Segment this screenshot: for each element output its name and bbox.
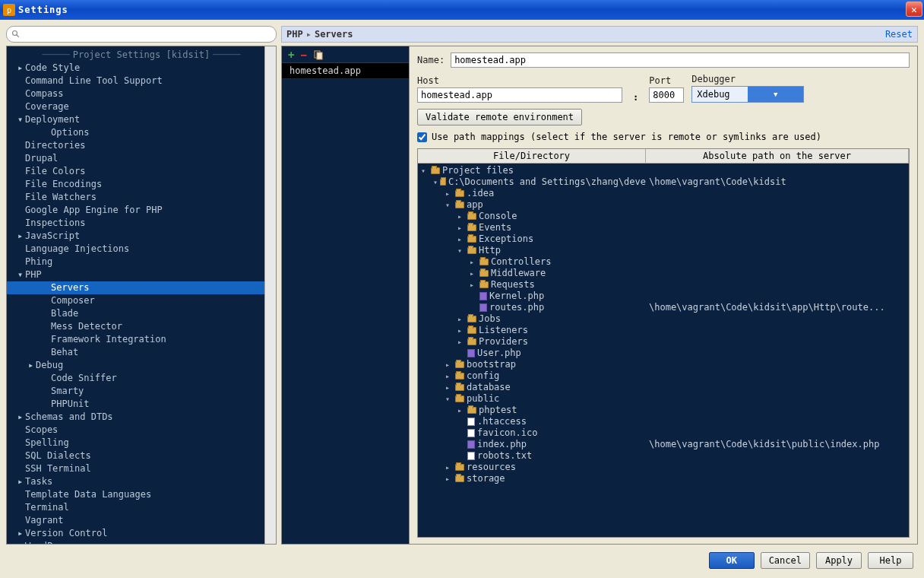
- settings-tree-item[interactable]: Inspections: [7, 217, 276, 230]
- folder-icon: [467, 316, 476, 322]
- mapping-row[interactable]: resources: [418, 462, 909, 473]
- close-button[interactable]: ✕: [906, 2, 922, 17]
- port-input[interactable]: [649, 87, 684, 103]
- breadcrumb-item[interactable]: PHP: [286, 29, 303, 40]
- folder-icon: [467, 327, 476, 334]
- settings-tree-item[interactable]: Scopes: [7, 424, 276, 437]
- mapping-row[interactable]: Project files: [418, 165, 909, 176]
- tree-scrollbar[interactable]: [264, 46, 276, 544]
- help-button[interactable]: Help: [868, 552, 913, 569]
- settings-tree-item[interactable]: JavaScript: [7, 230, 276, 243]
- settings-tree-item[interactable]: File Colors: [7, 165, 276, 178]
- settings-tree-item[interactable]: File Watchers: [7, 191, 276, 204]
- settings-tree-item[interactable]: Servers: [7, 281, 276, 294]
- settings-tree[interactable]: Project Settings [kidsit] Code StyleComm…: [6, 46, 277, 545]
- settings-tree-item[interactable]: SQL Dialects: [7, 449, 276, 462]
- debugger-select[interactable]: Xdebug ▼: [691, 86, 804, 103]
- mapping-row[interactable]: robots.txt: [418, 450, 909, 462]
- copy-server-button[interactable]: [313, 49, 324, 60]
- settings-tree-item[interactable]: Code Style: [7, 62, 276, 75]
- settings-tree-item[interactable]: Tasks: [7, 475, 276, 488]
- search-icon: [11, 30, 21, 39]
- settings-tree-item[interactable]: Options: [7, 126, 276, 139]
- mapping-row[interactable]: Events: [418, 222, 909, 233]
- mapping-row[interactable]: Kernel.php: [418, 291, 909, 302]
- mapping-row[interactable]: Controllers: [418, 256, 909, 268]
- server-list-panel: + − homestead.app: [282, 46, 410, 544]
- mapping-row[interactable]: User.php: [418, 348, 909, 359]
- mapping-row[interactable]: Middleware: [418, 268, 909, 279]
- mapping-row[interactable]: Providers: [418, 336, 909, 348]
- settings-tree-item[interactable]: Terminal: [7, 501, 276, 514]
- apply-button[interactable]: Apply: [816, 552, 862, 569]
- settings-tree-item[interactable]: Smarty: [7, 385, 276, 398]
- settings-tree-item[interactable]: File Encodings: [7, 178, 276, 191]
- settings-tree-item[interactable]: Schemas and DTDs: [7, 411, 276, 424]
- settings-tree-item[interactable]: WordPress: [7, 540, 276, 545]
- breadcrumb-item[interactable]: Servers: [315, 29, 353, 40]
- settings-tree-item[interactable]: SSH Terminal: [7, 462, 276, 475]
- settings-search[interactable]: [6, 26, 277, 43]
- remove-server-button[interactable]: −: [300, 49, 306, 61]
- settings-tree-item[interactable]: Version Control: [7, 527, 276, 540]
- mapping-row[interactable]: Listeners: [418, 325, 909, 336]
- validate-env-button[interactable]: Validate remote environment: [417, 109, 582, 125]
- settings-tree-item[interactable]: Drupal: [7, 152, 276, 165]
- add-server-button[interactable]: +: [288, 49, 294, 61]
- mapping-row[interactable]: C:\Documents and Settings\zhang\deve\hom…: [418, 176, 909, 188]
- settings-tree-item[interactable]: Directories: [7, 139, 276, 152]
- settings-tree-item[interactable]: Phing: [7, 256, 276, 268]
- mapping-row[interactable]: storage: [418, 473, 909, 484]
- ok-button[interactable]: OK: [709, 552, 755, 569]
- settings-tree-item[interactable]: Framework Integration: [7, 333, 276, 346]
- mapping-row[interactable]: Requests: [418, 279, 909, 291]
- settings-tree-item[interactable]: Blade: [7, 307, 276, 320]
- settings-tree-item[interactable]: PHPUnit: [7, 398, 276, 411]
- mapping-header-path[interactable]: Absolute path on the server: [646, 149, 909, 163]
- svg-point-0: [13, 31, 17, 36]
- folder-icon: [431, 167, 440, 174]
- use-mappings-checkbox[interactable]: [417, 132, 427, 142]
- mapping-header-file[interactable]: File/Directory: [418, 149, 646, 163]
- settings-tree-item[interactable]: Google App Engine for PHP: [7, 204, 276, 217]
- mapping-row[interactable]: config: [418, 370, 909, 382]
- settings-tree-item[interactable]: Language Injections: [7, 243, 276, 256]
- host-input[interactable]: [417, 87, 622, 103]
- folder-icon: [455, 384, 464, 391]
- mapping-row[interactable]: app: [418, 199, 909, 211]
- settings-tree-item[interactable]: Spelling: [7, 437, 276, 449]
- mapping-row[interactable]: Exceptions: [418, 233, 909, 245]
- mapping-row[interactable]: Console: [418, 211, 909, 222]
- search-input[interactable]: [24, 30, 271, 40]
- settings-tree-item[interactable]: Template Data Languages: [7, 488, 276, 501]
- mapping-row[interactable]: routes.php\home\vagrant\Code\kidsit\app\…: [418, 302, 909, 313]
- mapping-row[interactable]: .idea: [418, 188, 909, 199]
- mapping-row[interactable]: index.php\home\vagrant\Code\kidsit\publi…: [418, 439, 909, 450]
- reset-link[interactable]: Reset: [885, 29, 913, 40]
- server-list-item[interactable]: homestead.app: [282, 63, 409, 79]
- settings-tree-item[interactable]: Deployment: [7, 113, 276, 126]
- settings-tree-item[interactable]: Compass: [7, 87, 276, 100]
- folder-icon: [455, 373, 464, 380]
- settings-tree-item[interactable]: Code Sniffer: [7, 372, 276, 385]
- mapping-row[interactable]: bootstrap: [418, 359, 909, 370]
- mapping-row[interactable]: phptest: [418, 405, 909, 416]
- cancel-button[interactable]: Cancel: [761, 552, 810, 569]
- mapping-row[interactable]: database: [418, 382, 909, 393]
- settings-tree-item[interactable]: Composer: [7, 294, 276, 307]
- settings-tree-item[interactable]: PHP: [7, 268, 276, 281]
- mapping-row[interactable]: favicon.ico: [418, 427, 909, 439]
- settings-tree-item[interactable]: Coverage: [7, 100, 276, 113]
- settings-tree-item[interactable]: Behat: [7, 346, 276, 359]
- mapping-row[interactable]: .htaccess: [418, 416, 909, 427]
- settings-tree-item[interactable]: Command Line Tool Support: [7, 75, 276, 87]
- mapping-row[interactable]: Jobs: [418, 313, 909, 325]
- mapping-row[interactable]: Http: [418, 245, 909, 256]
- name-input[interactable]: [451, 52, 910, 68]
- settings-tree-item[interactable]: Debug: [7, 359, 276, 372]
- folder-icon: [467, 247, 476, 254]
- mapping-row[interactable]: public: [418, 393, 909, 405]
- settings-tree-item[interactable]: Vagrant: [7, 514, 276, 527]
- svg-line-1: [17, 35, 19, 37]
- settings-tree-item[interactable]: Mess Detector: [7, 320, 276, 333]
